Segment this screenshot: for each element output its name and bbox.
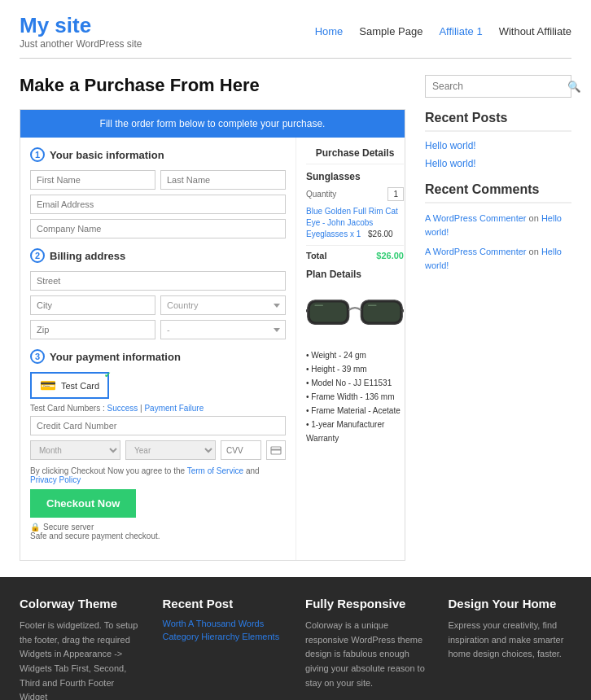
- lock-icon: 🔒: [30, 523, 40, 532]
- test-success-link[interactable]: Success: [107, 404, 138, 413]
- recent-comments-title: Recent Comments: [425, 182, 571, 203]
- country-select[interactable]: Country: [160, 295, 286, 315]
- footer-col-1: Colorway Theme Footer is widgetized. To …: [20, 597, 143, 700]
- section3-title: 3 Your payment information: [30, 349, 286, 364]
- secure-text: Secure server: [43, 523, 94, 532]
- search-button[interactable]: 🔍: [561, 76, 588, 97]
- site-title: My site: [20, 13, 142, 38]
- cc-number-row: [30, 416, 286, 435]
- street-row: [30, 271, 286, 291]
- spec-height: Height - 39 mm: [306, 362, 404, 376]
- footer-col-4: Design Your Home Express your creativity…: [449, 597, 572, 700]
- footer-col3-title: Fully Responsive: [305, 597, 429, 610]
- email-input[interactable]: [30, 195, 286, 214]
- spec-warranty: 1-year Manufacturer Warranty: [306, 418, 404, 445]
- card-button[interactable]: 💳 Test Card ✔: [30, 372, 109, 399]
- site-header: My site Just another WordPress site Home…: [0, 0, 591, 58]
- plan-details-title: Plan Details: [306, 269, 404, 280]
- spec-weight: Weight - 24 gm: [306, 348, 404, 362]
- footer-link2[interactable]: Category Hierarchy Elements: [163, 632, 287, 641]
- recent-post-1[interactable]: Hello world!: [425, 140, 571, 151]
- city-input[interactable]: [30, 295, 155, 315]
- cvv-icon: [266, 440, 286, 460]
- search-box: 🔍: [425, 75, 571, 98]
- card-button-row: 💳 Test Card ✔: [30, 372, 286, 399]
- total-row: Total $26.00: [306, 251, 404, 260]
- recent-posts-title: Recent Posts: [425, 111, 571, 132]
- cc-number-input[interactable]: [30, 416, 286, 435]
- section-payment: 3 Your payment information 💳 Test Card ✔: [30, 349, 286, 540]
- quantity-value: 1: [387, 187, 404, 201]
- nav-affiliate1[interactable]: Affiliate 1: [439, 25, 482, 37]
- purchase-details-title: Purchase Details: [306, 147, 404, 164]
- recent-comments-section: Recent Comments A WordPress Commenter on…: [425, 182, 571, 272]
- order-form-header: Fill the order form below to complete yo…: [20, 110, 405, 138]
- footer-link1[interactable]: Worth A Thousand Words: [163, 619, 287, 628]
- month-year-row: Month Year: [30, 440, 286, 460]
- nav-sample-page[interactable]: Sample Page: [359, 25, 422, 37]
- zip-input[interactable]: [30, 320, 155, 339]
- email-row: [30, 195, 286, 214]
- comment-1: A WordPress Commenter on Hello world!: [425, 212, 571, 238]
- svg-rect-1: [271, 449, 281, 451]
- terms-link[interactable]: Term of Service: [187, 466, 243, 475]
- safe-text: Safe and secure payment checkout.: [30, 532, 286, 540]
- site-tagline: Just another WordPress site: [20, 38, 142, 50]
- secure-row: 🔒 Secure server: [30, 523, 286, 532]
- checkout-button[interactable]: Checkout Now: [30, 489, 136, 518]
- recent-posts-section: Recent Posts Hello world! Hello world!: [425, 111, 571, 169]
- last-name-input[interactable]: [160, 170, 286, 190]
- cvv-input[interactable]: [221, 440, 261, 460]
- spec-frame-material: Frame Material - Acetate: [306, 404, 404, 418]
- company-input[interactable]: [30, 219, 286, 238]
- credit-card-icon: 💳: [40, 378, 56, 393]
- comment-2: A WordPress Commenter on Hello world!: [425, 245, 571, 272]
- state-select[interactable]: -: [160, 320, 286, 339]
- year-select[interactable]: Year: [125, 440, 216, 460]
- month-select[interactable]: Month: [30, 440, 120, 460]
- zip-row: -: [30, 320, 286, 339]
- nav-without-affiliate[interactable]: Without Affiliate: [499, 25, 571, 37]
- plan-specs: Weight - 24 gm Height - 39 mm Model No -…: [306, 348, 404, 445]
- card-button-label: Test Card: [61, 381, 99, 391]
- total-divider: [306, 245, 404, 246]
- commenter-1[interactable]: A WordPress Commenter: [425, 213, 527, 223]
- nav-home[interactable]: Home: [315, 25, 344, 37]
- recent-post-2[interactable]: Hello world!: [425, 158, 571, 169]
- order-form-box: Fill the order form below to complete yo…: [20, 109, 405, 561]
- section1-number: 1: [30, 147, 45, 162]
- quantity-row: Quantity 1: [306, 187, 404, 201]
- spec-frame-width: Frame Width - 136 mm: [306, 390, 404, 404]
- form-columns: 1 Your basic information: [20, 138, 405, 560]
- section2-number: 2: [30, 248, 45, 263]
- test-failure-link[interactable]: Payment Failure: [144, 404, 204, 413]
- street-input[interactable]: [30, 271, 286, 291]
- company-row: [30, 219, 286, 238]
- footer-col3-text: Colorway is a unique responsive WordPres…: [305, 619, 429, 690]
- section3-number: 3: [30, 349, 45, 364]
- commenter-2[interactable]: A WordPress Commenter: [425, 247, 527, 256]
- section-billing: 2 Billing address Country: [30, 248, 286, 339]
- footer-col-3: Fully Responsive Colorway is a unique re…: [305, 597, 429, 700]
- quantity-label: Quantity: [306, 190, 336, 199]
- test-card-text: Test Card Numbers : Success | Payment Fa…: [30, 404, 286, 413]
- first-name-input[interactable]: [30, 170, 155, 190]
- main-nav: Home Sample Page Affiliate 1 Without Aff…: [315, 25, 571, 37]
- form-right: Purchase Details Sunglasses Quantity 1 B…: [296, 138, 414, 560]
- search-input[interactable]: [426, 76, 561, 97]
- name-row: [30, 170, 286, 190]
- city-country-row: Country: [30, 295, 286, 315]
- terms-text: By clicking Checkout Now you agree to th…: [30, 466, 286, 484]
- page-title: Make a Purchase From Here: [20, 75, 405, 96]
- section2-title: 2 Billing address: [30, 248, 286, 263]
- total-amount: $26.00: [376, 251, 404, 260]
- total-label: Total: [306, 251, 326, 260]
- footer-col1-text: Footer is widgetized. To setup the foote…: [20, 619, 143, 700]
- card-check-icon: ✔: [104, 370, 111, 379]
- section-basic-info: 1 Your basic information: [30, 147, 286, 238]
- footer-col2-title: Recent Post: [163, 597, 287, 610]
- product-description: Blue Golden Full Rim Cat Eye - John Jaco…: [306, 206, 404, 240]
- main-container: Make a Purchase From Here Fill the order…: [0, 59, 591, 577]
- sunglasses-image: [306, 285, 404, 342]
- privacy-link[interactable]: Privacy Policy: [30, 475, 81, 484]
